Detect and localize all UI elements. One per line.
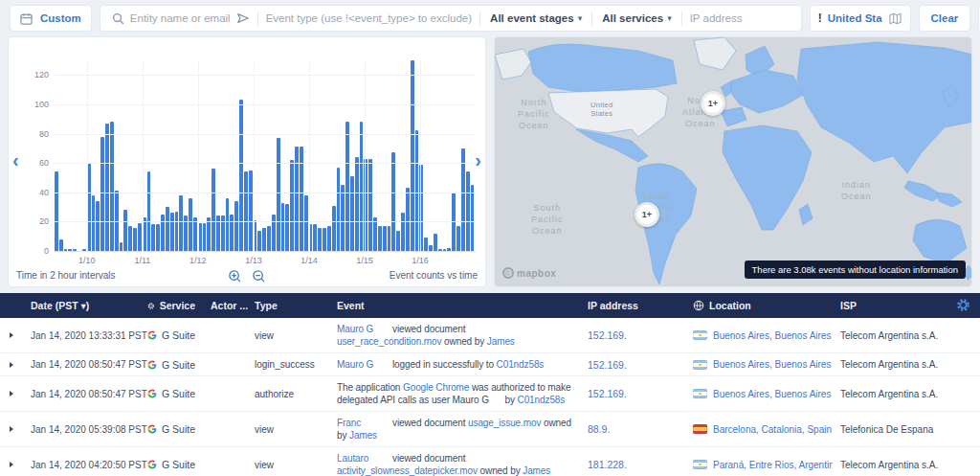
- row-location-link[interactable]: Paraná, Entre Rios, Argentina: [685, 455, 833, 475]
- histogram-bar[interactable]: [203, 223, 207, 251]
- histogram-bar[interactable]: [110, 122, 114, 251]
- histogram-bar[interactable]: [96, 201, 100, 251]
- entity-search-input[interactable]: Entity name or email: [104, 6, 257, 31]
- event-link[interactable]: C01ndz58s: [518, 395, 566, 405]
- date-range-button[interactable]: Custom: [10, 5, 92, 32]
- event-type-input[interactable]: Event type (use !<event_type> to exclude…: [258, 6, 479, 31]
- column-location[interactable]: Location: [685, 300, 833, 311]
- map-cluster-marker[interactable]: 1+: [635, 202, 659, 227]
- histogram-bar[interactable]: [123, 210, 127, 251]
- histogram-bar[interactable]: [447, 248, 451, 251]
- histogram-bar[interactable]: [262, 228, 266, 251]
- event-link[interactable]: James: [523, 465, 550, 476]
- column-event[interactable]: Event: [329, 300, 580, 311]
- row-ip-link[interactable]: 152.169.: [580, 354, 685, 375]
- histogram-bar[interactable]: [323, 228, 326, 251]
- histogram-bar[interactable]: [100, 137, 104, 251]
- table-row[interactable]: Jan 14, 2020 13:33:31 PSTG SuiteviewMaur…: [0, 318, 980, 353]
- histogram-bar[interactable]: [457, 226, 460, 251]
- histogram-bar[interactable]: [368, 159, 372, 251]
- event-map-panel[interactable]: North Pacific OceanNorth Atlantic OceanS…: [494, 36, 972, 287]
- histogram-bar[interactable]: [68, 249, 72, 251]
- histogram-bar[interactable]: [406, 188, 410, 251]
- histogram-bar[interactable]: [267, 226, 271, 251]
- expand-row-button[interactable]: [10, 362, 13, 368]
- table-row[interactable]: Jan 14, 2020 04:20:50 PSTG SuiteviewLaut…: [0, 447, 980, 476]
- histogram-bar[interactable]: [156, 224, 160, 251]
- event-link[interactable]: user_race_condition.mov: [337, 336, 441, 347]
- histogram-bar[interactable]: [281, 203, 285, 252]
- histogram-bar[interactable]: [396, 231, 400, 251]
- histogram-bar[interactable]: [466, 171, 470, 251]
- expand-row-button[interactable]: [10, 332, 13, 338]
- row-ip-link[interactable]: 152.169.: [580, 383, 685, 404]
- histogram-bar[interactable]: [313, 224, 317, 251]
- histogram-bar[interactable]: [290, 160, 294, 251]
- actor-link[interactable]: Mauro G: [337, 323, 392, 335]
- histogram-bar[interactable]: [355, 157, 359, 251]
- event-link[interactable]: activity_slowness_datepicker.mov: [337, 465, 478, 476]
- clear-filters-button[interactable]: Clear: [919, 5, 971, 32]
- row-ip-link[interactable]: 88.9.: [580, 419, 685, 440]
- actor-link[interactable]: Lautaro: [337, 452, 392, 465]
- expand-row-button[interactable]: [10, 462, 13, 467]
- column-ip[interactable]: IP address: [580, 300, 685, 311]
- histogram-bar[interactable]: [234, 201, 238, 251]
- histogram-bar[interactable]: [388, 226, 391, 251]
- row-ip-link[interactable]: 181.228.: [580, 454, 685, 475]
- histogram-bar[interactable]: [257, 231, 261, 251]
- map-icon[interactable]: [888, 11, 902, 26]
- histogram-bar[interactable]: [438, 249, 442, 251]
- histogram-bar[interactable]: [304, 195, 308, 251]
- actor-link[interactable]: Mauro G: [337, 358, 392, 371]
- histogram-bar[interactable]: [151, 224, 155, 251]
- table-row[interactable]: Jan 14, 2020 05:39:08 PSTG SuiteviewFran…: [0, 412, 980, 447]
- histogram-bar[interactable]: [230, 215, 234, 251]
- row-location-link[interactable]: Buenos Aires, Buenos Aires F.D., Argenti…: [685, 326, 833, 346]
- expand-row-button[interactable]: [10, 391, 13, 397]
- histogram-bar[interactable]: [161, 215, 165, 251]
- histogram-bar[interactable]: [471, 185, 475, 251]
- event-link[interactable]: James: [487, 336, 515, 347]
- histogram-bar[interactable]: [277, 138, 280, 251]
- histogram-bar[interactable]: [59, 239, 63, 251]
- histogram-bar[interactable]: [128, 226, 132, 251]
- histogram-bar[interactable]: [73, 249, 77, 251]
- histogram-bar[interactable]: [318, 228, 322, 251]
- event-link[interactable]: James: [349, 430, 377, 441]
- histogram-bar[interactable]: [249, 170, 253, 251]
- column-service[interactable]: Service: [140, 300, 203, 311]
- histogram-bar[interactable]: [212, 169, 215, 251]
- histogram-bar[interactable]: [443, 249, 447, 251]
- histogram-bar[interactable]: [424, 238, 428, 251]
- histogram-bar[interactable]: [179, 195, 183, 251]
- zoom-out-icon[interactable]: [252, 269, 266, 283]
- histogram-bar[interactable]: [244, 171, 248, 251]
- zoom-in-icon[interactable]: [228, 269, 242, 283]
- histogram-bar[interactable]: [105, 124, 109, 251]
- row-ip-link[interactable]: 152.169.: [580, 325, 685, 346]
- send-icon[interactable]: [236, 11, 250, 25]
- chart-prev-button[interactable]: ‹: [12, 150, 19, 170]
- event-link[interactable]: usage_issue.mov: [468, 418, 541, 428]
- histogram-bar[interactable]: [120, 242, 123, 251]
- histogram-bar[interactable]: [147, 171, 151, 251]
- services-select[interactable]: All services▾: [592, 12, 680, 24]
- histogram-bar[interactable]: [285, 204, 289, 251]
- histogram-bar[interactable]: [175, 212, 179, 251]
- histogram-bar[interactable]: [401, 213, 405, 251]
- event-link[interactable]: C01ndz58s: [497, 359, 545, 370]
- histogram-bar[interactable]: [434, 234, 437, 251]
- event-link[interactable]: Google Chrome: [403, 382, 469, 393]
- histogram-bar[interactable]: [133, 228, 137, 251]
- histogram-bar[interactable]: [337, 168, 341, 251]
- event-stages-select[interactable]: All event stages▾: [480, 12, 591, 24]
- actor-link[interactable]: Franc: [337, 417, 392, 429]
- table-settings-button[interactable]: [956, 298, 970, 316]
- histogram-bar[interactable]: [170, 213, 174, 251]
- column-date[interactable]: Date (PST ▾): [23, 300, 140, 311]
- chart-next-button[interactable]: ›: [475, 150, 481, 170]
- histogram-bar[interactable]: [415, 130, 419, 251]
- histogram-bar[interactable]: [327, 226, 331, 251]
- histogram-bar[interactable]: [189, 198, 192, 251]
